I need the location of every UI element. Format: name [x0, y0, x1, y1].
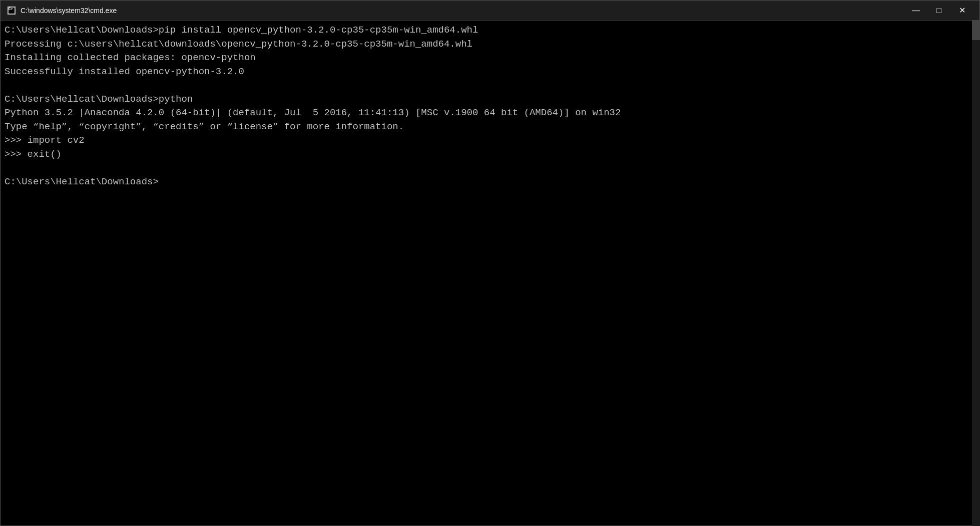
close-button[interactable]: ✕ — [950, 1, 973, 21]
titlebar: C:\windows\system32\cmd.exe — □ ✕ — [1, 1, 979, 21]
cmd-icon — [7, 6, 17, 16]
minimize-button[interactable]: — — [904, 1, 927, 21]
scrollbar-thumb[interactable] — [972, 20, 980, 40]
cmd-window: C:\windows\system32\cmd.exe — □ ✕ C:\Use… — [0, 0, 980, 526]
console-area[interactable]: C:\Users\Hellcat\Downloads>pip install o… — [1, 21, 979, 525]
console-output: C:\Users\Hellcat\Downloads>pip install o… — [5, 24, 975, 189]
scrollbar[interactable] — [972, 20, 980, 526]
window-title: C:\windows\system32\cmd.exe — [21, 7, 904, 15]
maximize-button[interactable]: □ — [927, 1, 950, 21]
window-controls: — □ ✕ — [904, 1, 973, 21]
